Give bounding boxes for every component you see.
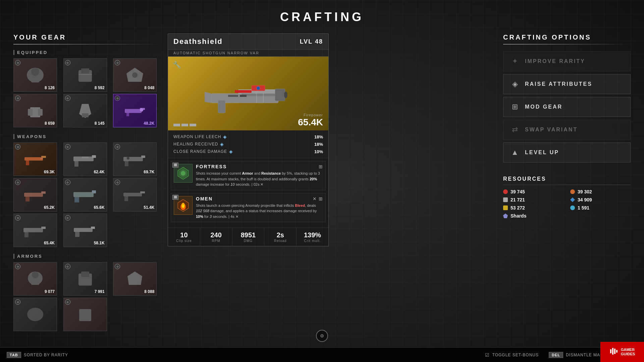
svg-rect-54 <box>141 156 145 158</box>
equipped-item-6[interactable]: ⊙ 48.2K <box>113 94 157 127</box>
scroll-indicator <box>316 330 328 342</box>
resources-grid: 39 745 39 302 21 721 34 909 53 272 <box>503 189 631 219</box>
weapon-item-1[interactable]: ⊙ 69.3K <box>13 142 57 176</box>
firepower-value: 65.4K <box>298 117 323 128</box>
svg-rect-43 <box>126 113 129 116</box>
item-level: LVL 48 <box>300 38 323 45</box>
armor-item-3[interactable]: ⊙ 8 088 <box>113 262 157 296</box>
svg-rect-104 <box>612 348 613 355</box>
equipped-item-2[interactable]: ⊙ 8 592 <box>63 58 107 92</box>
perk-omen-actions: ✕ ⊞ <box>313 196 323 201</box>
item-value-6: 48.2K <box>144 121 154 126</box>
weapon-item-3[interactable]: ⊙ 69.7K <box>113 142 157 176</box>
item-name: Deathshield <box>173 37 223 46</box>
bottom-stat-label-crit: Crit mult. <box>299 239 326 243</box>
stat-icon-2: ◈ <box>220 141 224 147</box>
resource-value-shards: Shards <box>511 213 526 219</box>
stat-value-2: 18% <box>314 142 323 147</box>
equipped-subsection: EQUIPPED ⊙ 8 126 ⊙ 8 592 <box>13 50 161 127</box>
armors-label: ARMORS <box>13 254 161 259</box>
bottom-stat-rpm: 240 RPM <box>200 228 232 246</box>
svg-rect-50 <box>92 155 96 158</box>
armor-value-3: 8 088 <box>144 289 154 294</box>
level-up-icon: ▲ <box>510 148 520 157</box>
svg-rect-40 <box>82 113 89 117</box>
svg-rect-71 <box>75 232 79 237</box>
stat-name-text-1: WEAPON LIFE LEECH <box>173 134 221 139</box>
dot-1 <box>173 124 180 126</box>
weapon-item-4[interactable]: ⊙ 65.2K <box>13 178 57 212</box>
perk-fortress-grid-icon: ⊞ <box>319 164 323 169</box>
svg-rect-52 <box>82 157 89 158</box>
resource-value-cyan: 1 591 <box>578 205 589 210</box>
weapon-item-7[interactable]: ⊙ 65.4K <box>13 214 57 247</box>
level-up-button[interactable]: ▲ LEVEL UP <box>503 142 631 163</box>
svg-rect-105 <box>614 349 615 354</box>
toggle-label: TOGGLE SET-BONUS <box>492 353 539 357</box>
item-stats: WEAPON LIFE LEECH ◈ 18% HEALING RECEIVED… <box>168 130 328 158</box>
equipped-item-3[interactable]: ⊙ 8 048 <box>113 58 157 92</box>
weapon-image <box>195 67 302 120</box>
armor-item-5[interactable]: ⊙ <box>63 298 107 331</box>
svg-point-44 <box>140 108 143 112</box>
weapons-grid: ⊙ 69.3K ⊙ 62.4K ⊙ <box>13 142 161 247</box>
equipped-item-4[interactable]: ⊙ 8 659 <box>13 94 57 127</box>
svg-point-96 <box>181 171 185 176</box>
weapon-item-8[interactable]: ⊙ 58.1K <box>63 214 107 247</box>
stat-name-text-2: HEALING RECEIVED <box>173 142 218 146</box>
wrench-icon: 🔧 <box>173 61 181 69</box>
svg-rect-47 <box>26 161 29 165</box>
svg-rect-60 <box>73 192 94 197</box>
svg-rect-68 <box>24 232 29 237</box>
gamer-guides-badge: GAMERGUIDES <box>600 342 644 362</box>
perk-omen-header: OMEN ✕ ⊞ <box>196 196 323 201</box>
svg-rect-62 <box>74 197 79 202</box>
svg-rect-90 <box>228 95 238 97</box>
svg-marker-86 <box>205 92 211 103</box>
item-image-area: 🔧 <box>168 57 328 130</box>
item-bottom-stats: 10 Clip size 240 RPM 8951 DMG 2s Reload … <box>168 228 328 246</box>
crafting-panel: CRAFTING OPTIONS ✦ IMPROVE RARITY ◈ RAIS… <box>503 34 631 355</box>
del-key: DEL <box>549 352 563 358</box>
perk-fortress-icon-wrap: III <box>174 164 193 183</box>
dot-3 <box>190 124 196 126</box>
raise-attributes-button[interactable]: ◈ RAISE ATTRIBUTES <box>503 74 631 94</box>
svg-rect-57 <box>24 193 43 197</box>
weapon-item-6[interactable]: ⊙ 51.4K <box>113 178 157 212</box>
bottom-stat-label-clip: Clip size <box>171 239 197 243</box>
svg-rect-106 <box>616 350 618 353</box>
item-value-4: 8 659 <box>45 121 55 126</box>
perk-omen-name: OMEN <box>196 196 213 201</box>
item-value-5: 8 145 <box>95 121 105 126</box>
bottom-stat-value-reload: 2s <box>267 231 293 239</box>
svg-rect-83 <box>275 89 285 101</box>
equipped-grid: ⊙ 8 126 ⊙ 8 592 ⊙ <box>13 58 161 127</box>
mod-gear-button[interactable]: ⊞ MOD GEAR <box>503 97 631 117</box>
svg-rect-70 <box>91 227 95 229</box>
improve-rarity-button[interactable]: ✦ IMPROVE RARITY <box>503 51 631 71</box>
armor-item-2[interactable]: ⊙ 7 991 <box>63 262 107 296</box>
perk-omen-desc: Shots launch a cover-piercing Anomaly pr… <box>196 203 323 220</box>
equipped-label: EQUIPPED <box>13 50 161 55</box>
svg-rect-69 <box>74 228 93 232</box>
equipped-item-1[interactable]: ⊙ 8 126 <box>13 58 57 92</box>
armor-item-1[interactable]: ⊙ 9 077 <box>13 262 57 296</box>
svg-rect-67 <box>41 227 46 229</box>
tab-hint: TAB SORTED BY RARITY <box>7 352 68 358</box>
weapon-item-2[interactable]: ⊙ 62.4K <box>63 142 107 176</box>
equipped-item-5[interactable]: ⊙ 8 145 <box>63 94 107 127</box>
armor-silhouette-5 <box>64 298 107 331</box>
armor-value-1: 9 077 <box>45 289 55 294</box>
svg-point-29 <box>31 68 39 76</box>
stat-name-3: CLOSE RANGE DAMAGE ◈ <box>173 149 233 154</box>
raise-attributes-icon: ◈ <box>510 80 520 88</box>
swap-variant-button[interactable]: ⇄ SWAP VARIANT <box>503 120 631 140</box>
weapon-item-5[interactable]: ⊙ 65.6K <box>63 178 107 212</box>
resource-dot-silver <box>503 197 508 202</box>
armors-subsection: ARMORS ⊙ 9 077 ⊙ 7 991 ⊙ <box>13 254 161 331</box>
armor-item-4[interactable]: ⊙ <box>13 298 57 331</box>
perk-omen-level: III <box>172 195 178 200</box>
weapons-subsection: WEAPONS ⊙ 69.3K ⊙ 62.4K ⊙ <box>13 134 161 247</box>
item-card: Deathshield LVL 48 AUTOMATIC SHOTGUN NAR… <box>168 34 329 246</box>
perk-fortress-desc: Shots increase your current Armor and Re… <box>196 171 323 187</box>
